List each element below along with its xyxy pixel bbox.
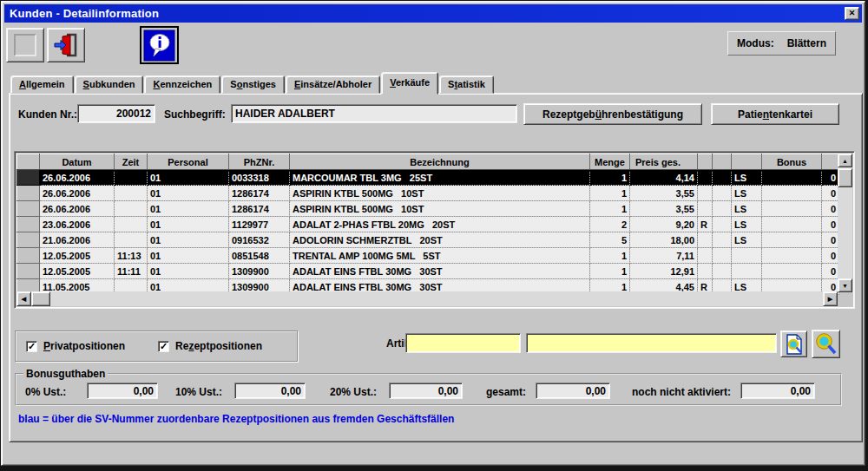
cell-personal: 01 (148, 248, 229, 264)
horizontal-scrollbar[interactable]: ◀ ▶ (16, 291, 838, 306)
row-selector[interactable] (17, 232, 40, 248)
tab-einsaetze-abholer[interactable]: Einsätze/Abholer (286, 75, 380, 94)
artikel-code-field[interactable] (405, 333, 521, 353)
col-header[interactable] (822, 154, 839, 170)
table-row[interactable]: 12.05.200511:13010851548TRENTAL AMP 100M… (17, 248, 839, 264)
nicht-aktiviert-field[interactable] (740, 383, 815, 399)
row-selector[interactable] (17, 264, 40, 279)
window-title: Kunden - Detailinformation (10, 7, 159, 20)
check-glyph: ✓ (160, 342, 168, 351)
cell-datum: 26.06.2006 (40, 186, 115, 201)
col-header-phznr[interactable]: PhZNr. (229, 154, 290, 170)
vertical-scrollbar[interactable]: ▲ ▼ (838, 154, 852, 292)
patientenkartei-button[interactable]: Patientenkartei (711, 103, 839, 125)
cell-x (713, 217, 732, 232)
tab-label: Sonstiges (230, 79, 276, 89)
cell-bonus (762, 248, 822, 264)
col-header[interactable] (17, 154, 40, 170)
col-header-menge[interactable]: Menge (590, 154, 630, 170)
cell-ls: LS (732, 186, 762, 201)
ust0-field[interactable] (87, 383, 158, 399)
vertical-scroll-thumb[interactable] (838, 168, 852, 187)
cell-ls: LS (732, 170, 762, 186)
cell-bezeichnung: ASPIRIN KTBL 500MG 10ST (290, 201, 590, 217)
cell-menge: 1 (590, 248, 630, 264)
col-header-bezeichnung[interactable]: Bezeichnung (290, 154, 590, 170)
row-selector[interactable] (17, 186, 40, 201)
ust20-label: 20% Ust.: (330, 386, 377, 398)
close-button[interactable]: ✕ (845, 7, 859, 20)
col-header[interactable] (732, 154, 762, 170)
cell-phznr: 1286174 (229, 201, 290, 217)
table-row[interactable]: 23.06.2006011129977ADALAT 2-PHAS FTBL 20… (17, 217, 839, 232)
scroll-down-button[interactable]: ▼ (838, 278, 852, 292)
scroll-up-button[interactable]: ▲ (838, 154, 852, 167)
cell-bonus (762, 186, 822, 201)
search-button[interactable] (812, 330, 840, 358)
table-row[interactable]: 26.06.2006011286174ASPIRIN KTBL 500MG 10… (17, 201, 839, 217)
checkbox-privatpositionen[interactable]: ✓ Privatpositionen (26, 340, 125, 352)
rezeptgebuehren-button[interactable]: Rezeptgebührenbestätigung (523, 103, 702, 125)
info-button[interactable] (140, 26, 179, 64)
table-row[interactable]: 26.06.2006011286174ASPIRIN KTBL 500MG 10… (17, 186, 839, 201)
col-header-bonus[interactable]: Bonus (762, 154, 822, 170)
scroll-right-icon: ▶ (828, 296, 832, 303)
tab-subkunden[interactable]: Subkunden (75, 75, 144, 94)
cell-zeit: 11:11 (115, 264, 148, 279)
cell-phznr: 1129977 (229, 217, 290, 232)
scroll-left-button[interactable]: ◀ (16, 291, 31, 306)
table-row[interactable]: 21.06.2006010916532ADOLORIN SCHMERZTBL 2… (17, 232, 839, 248)
cell-x (713, 201, 732, 217)
tab-sonstiges[interactable]: Sonstiges (221, 75, 285, 94)
tab-allgemein[interactable]: Allgemein (10, 75, 74, 94)
cell-phznr: 1309900 (229, 264, 290, 279)
cell-datum: 26.06.2006 (40, 170, 115, 186)
gesamt-field[interactable] (536, 383, 610, 399)
artikel-name-field[interactable] (526, 333, 777, 353)
checkbox-checked-icon: ✓ (26, 341, 37, 352)
sales-table-container: Datum Zeit Personal PhZNr. Bezeichnung M… (14, 151, 855, 309)
tab-statistik[interactable]: Statistik (439, 75, 494, 94)
scroll-down-icon: ▼ (842, 283, 848, 289)
checkbox-rezeptpositionen[interactable]: ✓ Rezeptpositionen (158, 340, 262, 352)
sales-table: Datum Zeit Personal PhZNr. Bezeichnung M… (16, 154, 839, 295)
col-header-preis[interactable]: Preis ges. (630, 154, 698, 170)
nicht-aktiviert-label: noch nicht aktiviert: (632, 386, 731, 398)
table-row[interactable]: 26.06.2006010033318MARCOUMAR TBL 3MG 25S… (17, 170, 839, 186)
ust10-label: 10% Ust.: (175, 386, 222, 398)
checkbox-label: Rezeptpositionen (175, 340, 262, 352)
horizontal-scroll-thumb[interactable] (31, 291, 50, 306)
row-selector[interactable] (17, 217, 40, 232)
exit-button[interactable] (47, 28, 85, 62)
row-selector[interactable] (17, 170, 40, 186)
sales-table-header: Datum Zeit Personal PhZNr. Bezeichnung M… (17, 154, 839, 170)
suchbegriff-label: Suchbegriff: (164, 108, 226, 121)
cell-personal: 01 (148, 201, 229, 217)
article-history-button[interactable] (780, 330, 807, 357)
cell-r: R (698, 217, 713, 232)
cell-r (698, 248, 713, 264)
scroll-right-button[interactable]: ▶ (823, 291, 838, 306)
col-header[interactable] (698, 154, 713, 170)
ust10-field[interactable] (234, 383, 306, 399)
col-header-datum[interactable]: Datum (40, 154, 115, 170)
cell-menge: 5 (590, 232, 630, 248)
row-selector[interactable] (17, 248, 40, 264)
col-header-zeit[interactable]: Zeit (115, 154, 148, 170)
row-selector[interactable] (17, 201, 40, 217)
kunden-nr-field[interactable] (77, 104, 155, 123)
bonusguthaben-row: 0% Ust.: 10% Ust.: 20% Ust.: gesamt: noc… (16, 380, 840, 404)
tab-content-panel: Kunden Nr.: Suchbegriff: Rezeptgebührenb… (9, 93, 863, 442)
tab-kennzeichen[interactable]: Kennzeichen (144, 75, 220, 94)
table-row[interactable]: 12.05.200511:11011309900ADALAT EINS FTBL… (17, 264, 839, 279)
cell-r (698, 170, 713, 186)
tab-verkaeufe[interactable]: Verkäufe (381, 72, 438, 95)
col-header[interactable] (713, 154, 732, 170)
tab-label: Verkäufe (390, 77, 430, 88)
suchbegriff-field[interactable] (231, 104, 517, 123)
cell-personal: 01 (148, 186, 229, 201)
toolbar-blank-button[interactable] (6, 28, 44, 62)
ust20-field[interactable] (389, 383, 463, 399)
col-header-personal[interactable]: Personal (148, 154, 229, 170)
position-filter-panel: ✓ Privatpositionen ✓ Rezeptpositionen (15, 330, 298, 362)
